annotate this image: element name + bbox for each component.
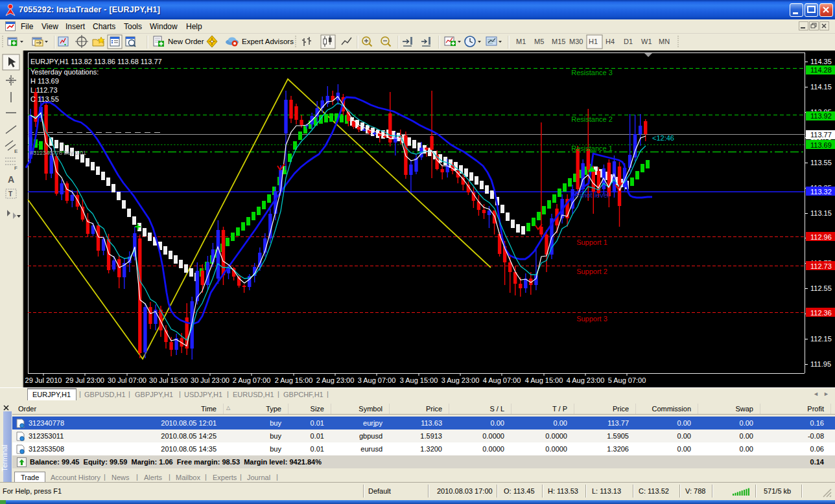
svg-text:#312340778 buy 0.01: #312340778 buy 0.01 [30,150,86,156]
svg-text:Yesterday quotations:: Yesterday quotations: [30,68,99,76]
svg-text:113.92: 113.92 [810,112,832,120]
svg-text:112.36: 112.36 [810,309,832,317]
svg-text:New Order: New Order [168,38,204,45]
svg-text:30 Jul 15:00: 30 Jul 15:00 [149,376,188,384]
svg-text:EURJPY,H1 113.82 113.86 113.6: EURJPY,H1 113.82 113.86 113.68 113.77 [30,58,162,65]
svg-text:112.55: 112.55 [810,284,832,292]
svg-text:114.15: 114.15 [810,83,832,91]
svg-text:M30: M30 [569,38,583,45]
svg-text:Support 2: Support 2 [576,268,607,275]
svg-text:M5: M5 [534,38,544,45]
svg-text:Resistance 2: Resistance 2 [571,115,613,123]
svg-text:M1: M1 [516,38,526,45]
svg-text:113.55: 113.55 [810,159,832,166]
svg-text:Expert Advisors: Expert Advisors [242,38,294,45]
svg-text:A: A [8,174,14,185]
svg-text:T: T [8,190,12,198]
svg-text:113.32: 113.32 [810,188,832,196]
svg-text:2 Aug 23:00: 2 Aug 23:00 [316,376,355,384]
svg-text:112.73: 112.73 [810,262,832,270]
svg-text:4 Aug 23:00: 4 Aug 23:00 [567,376,605,384]
svg-text:2 Aug 07:00: 2 Aug 07:00 [233,376,271,384]
svg-text:29 Jul 2010: 29 Jul 2010 [25,376,62,384]
svg-text:30 Jul 23:00: 30 Jul 23:00 [191,376,229,384]
svg-text:2 Aug 15:00: 2 Aug 15:00 [275,376,313,384]
svg-text:Support 3: Support 3 [576,315,607,323]
svg-text:H4: H4 [606,38,615,45]
svg-text:F: F [14,165,18,171]
svg-text:M15: M15 [552,38,565,45]
svg-text:112.15: 112.15 [810,335,832,343]
svg-text:W1: W1 [641,38,652,45]
svg-text:112.96: 112.96 [810,233,832,241]
svg-text:Resistance 3: Resistance 3 [571,69,613,76]
svg-text:H1: H1 [589,38,598,45]
svg-text:113.69: 113.69 [810,141,832,149]
svg-text:<12:46: <12:46 [652,134,674,142]
svg-text:30 Jul 07:00: 30 Jul 07:00 [108,376,147,384]
svg-text:114.28: 114.28 [810,66,832,74]
svg-text:3 Aug 23:00: 3 Aug 23:00 [441,376,480,384]
svg-text:Support 1: Support 1 [576,238,607,246]
svg-text:L 112.73: L 112.73 [30,86,58,94]
svg-text:4 Aug 15:00: 4 Aug 15:00 [525,376,563,384]
svg-text:D1: D1 [624,38,633,45]
svg-text:MN: MN [659,38,670,45]
svg-text:111.95: 111.95 [810,360,831,368]
svg-text:E: E [14,148,18,154]
svg-text:4 Aug 07:00: 4 Aug 07:00 [483,376,521,384]
svg-text:3 Aug 15:00: 3 Aug 15:00 [400,376,438,384]
svg-text:Piviot level: Piviot level [575,191,609,199]
svg-text:C 113.55: C 113.55 [30,95,59,103]
svg-text:H 113.69: H 113.69 [30,77,59,85]
svg-text:114.35: 114.35 [810,58,832,65]
svg-text:113.77: 113.77 [810,131,832,139]
svg-text:3 Aug 07:00: 3 Aug 07:00 [358,376,396,384]
svg-text:Resistance 1: Resistance 1 [571,144,613,152]
svg-text:5 Aug 07:00: 5 Aug 07:00 [608,376,646,384]
svg-text:29 Jul 23:00: 29 Jul 23:00 [65,376,104,384]
svg-text:113.15: 113.15 [810,209,832,217]
